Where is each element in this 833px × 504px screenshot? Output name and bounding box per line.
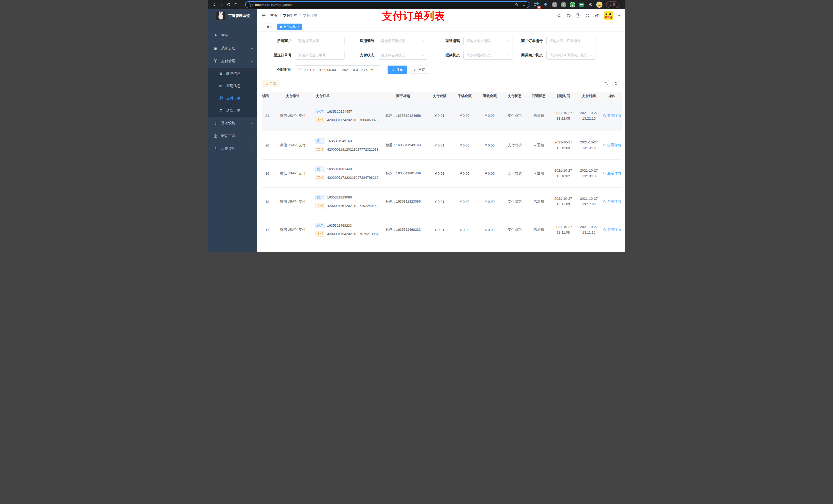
cell-status: 支付成功: [502, 188, 527, 216]
merchant-tag: 商户: [315, 223, 325, 228]
sidebar-item-label: 基础设施: [221, 121, 251, 125]
tag-close-icon[interactable]: ×: [298, 25, 299, 28]
cell-fee: ¥ 0.00: [452, 216, 477, 244]
tiles-extension-icon[interactable]: 10: [533, 2, 540, 8]
table-row-partial: 商户1635311351736: [262, 244, 622, 252]
profile-avatar-icon[interactable]: [596, 2, 602, 8]
channel-code-filter-select[interactable]: 请输入渠道编码: [463, 37, 513, 45]
github-icon[interactable]: [566, 13, 571, 18]
col-header-pay-time: 支付时间: [576, 92, 602, 100]
fullscreen-icon[interactable]: [585, 13, 590, 18]
col-header-id: 编号: [262, 92, 273, 100]
merchant-order-no-filter-input[interactable]: 请输入商户订单编号: [546, 37, 596, 45]
cell-status: 支付成功: [502, 131, 527, 159]
recorder-extension-icon[interactable]: [561, 2, 567, 8]
sidebar-fold-icon[interactable]: [261, 13, 266, 18]
channel-order-no-filter-input[interactable]: 请输入渠道订单号: [295, 51, 344, 60]
search-icon[interactable]: [557, 13, 562, 18]
view-detail-link[interactable]: 查看详情: [603, 199, 621, 204]
toggle-search-button[interactable]: [602, 80, 610, 87]
chevron-down-icon: [507, 54, 510, 57]
cell-status: 支付成功: [502, 216, 527, 244]
gear-icon: ⚙: [213, 46, 218, 51]
sidebar-item-payment[interactable]: ¥ 支付管理: [208, 55, 257, 68]
search-button[interactable]: 搜索: [387, 66, 407, 74]
sidebar-item-label: 工作流程: [221, 146, 251, 151]
merchant-filter-input[interactable]: 请选择所属商户: [295, 37, 344, 45]
pay-status-filter-select[interactable]: 请选择支付状态: [378, 51, 427, 60]
cell-pay-time: 2021-10-2713:17:08: [576, 188, 602, 216]
sidebar-item-app-info[interactable]: 应用信息: [208, 80, 257, 92]
sidebar-item-label: 研发工具: [221, 134, 251, 138]
view-detail-link[interactable]: 查看详情: [603, 227, 621, 232]
grid-icon: [218, 84, 223, 88]
sidebar-item-infra[interactable]: 基础设施: [208, 117, 257, 129]
gem-extension-icon[interactable]: [543, 2, 549, 8]
browser-home-button[interactable]: [232, 1, 239, 8]
view-detail-link[interactable]: 查看详情: [603, 143, 621, 147]
browser-back-button[interactable]: [211, 1, 218, 8]
yen-icon: ¥: [213, 58, 218, 64]
cell-action: 查看详情: [602, 188, 622, 216]
chevron-down-icon: [251, 47, 253, 50]
app-filter-label: 应用编号: [344, 39, 378, 43]
font-size-icon[interactable]: TT: [595, 14, 599, 18]
y-extension-icon[interactable]: y: [569, 2, 576, 8]
url-path: :1024/pay/order: [269, 3, 293, 7]
cell-create-time: 2021-10-2713:18:02: [550, 159, 576, 188]
merchant-tag: 商户: [315, 109, 325, 114]
reset-button[interactable]: 重置: [410, 66, 429, 74]
cell-create-time: 2021-10-2713:11:08: [550, 216, 576, 244]
browser-update-button[interactable]: 更新: [606, 2, 619, 8]
active-tag-dot: [280, 26, 282, 28]
cell-channel: 微信 JSAPI 支付: [273, 131, 312, 159]
date-range-start: 2021-10-01 00:00:00: [304, 68, 336, 72]
browser-reload-button[interactable]: [225, 1, 232, 8]
view-detail-link[interactable]: 查看详情: [603, 114, 621, 118]
toolbox-icon: [213, 134, 218, 138]
sidebar-item-system[interactable]: ⚙ 系统管理: [208, 42, 257, 55]
col-header-title: 商品标题: [379, 92, 427, 100]
dashboard-icon: [213, 33, 218, 38]
table-row: 19 微信 JSAPI 支付 商户1635311881440 支付4200001…: [262, 159, 622, 188]
merchant-order-no-filter-label: 商户订单编号: [513, 39, 546, 43]
sidebar-item-refund-order[interactable]: 退款订单: [208, 104, 257, 117]
tag-pay-order[interactable]: 支付订单×: [277, 24, 302, 30]
sidebar-item-dev-tools[interactable]: 研发工具: [208, 129, 257, 142]
site-info-icon[interactable]: i: [249, 3, 253, 7]
sidebar-item-pay-order[interactable]: ¥ 支付订单: [208, 92, 257, 104]
cell-refund: ¥ 0.00: [477, 131, 502, 159]
merchant-order-no: 1635311881440: [327, 167, 352, 171]
address-bar[interactable]: i localhost:1024/pay/order ☆: [245, 1, 529, 8]
bookmark-star-icon[interactable]: ☆: [522, 3, 526, 7]
export-button[interactable]: 导出: [262, 80, 280, 87]
sidebar-item-home[interactable]: 首页: [208, 29, 257, 42]
cell-amount: ¥ 0.01: [427, 131, 452, 159]
table-row: 17 微信 JSAPI 支付 商户1635311468233 支付4200001…: [262, 216, 622, 244]
notify-status-filter-select[interactable]: 请选择订单回调商户状态: [546, 51, 596, 60]
command-extension-icon[interactable]: ⌘: [551, 2, 557, 8]
sidebar-item-workflow[interactable]: 工作流程: [208, 142, 257, 155]
filter-row-3: 创建时间 2021-10-01 00:00:00 - 2021-10-31 23…: [262, 65, 622, 74]
extensions-puzzle-icon[interactable]: [587, 2, 594, 8]
help-icon[interactable]: ?: [576, 13, 580, 18]
cell-fee: ¥ 0.00: [452, 131, 477, 159]
avatar-caret-icon[interactable]: [618, 15, 621, 18]
refresh-button[interactable]: [613, 80, 620, 87]
app-filter-select[interactable]: 请选择应用信息: [378, 37, 427, 45]
breadcrumb-section[interactable]: 支付管理: [283, 13, 298, 18]
navbar-actions: ? TT: [557, 11, 621, 20]
browser-menu-icon[interactable]: ⋮: [621, 2, 625, 7]
refund-status-filter-select[interactable]: 请选择退款状态: [463, 51, 513, 60]
create-time-range-picker[interactable]: 2021-10-01 00:00:00 - 2021-10-31 23:59:5…: [295, 65, 381, 74]
view-detail-link[interactable]: 查看详情: [603, 171, 621, 176]
merchant-order-no: 1635311468233: [327, 223, 352, 227]
pay-status-filter-label: 支付状态: [344, 53, 378, 57]
user-avatar[interactable]: [604, 11, 613, 20]
breadcrumb-home[interactable]: 首页: [270, 13, 278, 18]
tag-home[interactable]: 首页: [264, 24, 276, 30]
share-icon[interactable]: [514, 3, 518, 7]
sidebar-item-merchant-info[interactable]: 商户信息: [208, 68, 257, 80]
browser-forward-button[interactable]: [218, 1, 225, 8]
chat-extension-icon[interactable]: [578, 2, 585, 8]
